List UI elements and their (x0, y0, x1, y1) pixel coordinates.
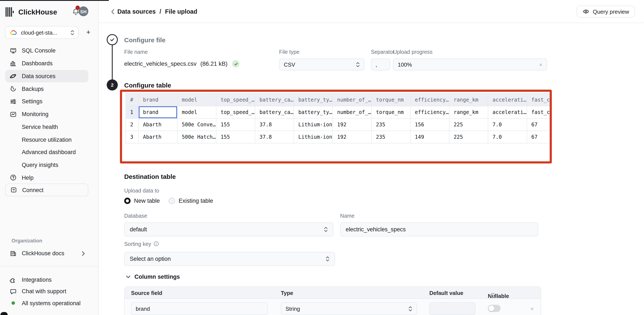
type-select[interactable]: String (281, 302, 417, 315)
sidebar-item-chat-support[interactable]: Chat with support (5, 286, 88, 298)
cell[interactable]: Abarth (138, 131, 177, 143)
sidebar-item-backups[interactable]: Backups (5, 82, 88, 96)
query-preview-label: Query preview (593, 8, 629, 15)
cell[interactable]: 149 (410, 131, 449, 143)
database-select[interactable]: default (124, 222, 333, 236)
cell[interactable]: 7.0 (488, 118, 527, 131)
breadcrumb-data-sources[interactable]: Data sources (117, 8, 156, 15)
data-preview-table: # brand model top_speed_… battery_ca… ba… (126, 93, 552, 144)
sidebar-item-label: Resource utilization (22, 136, 72, 143)
gcp-cloud-icon (10, 30, 18, 36)
remove-column-icon[interactable]: × (530, 306, 534, 312)
source-field-input[interactable]: brand (131, 302, 268, 315)
sidebar-item-service-health[interactable]: Service health (5, 120, 88, 134)
sidebar-item-system-status[interactable]: All systems operational (5, 297, 88, 309)
table-name-input[interactable]: electric_vehicles_specs (340, 222, 538, 236)
cell[interactable]: 235 (372, 118, 410, 131)
existing-table-radio[interactable] (169, 198, 175, 204)
cell[interactable]: 192 (333, 118, 372, 131)
connect-button[interactable]: Connect (5, 184, 88, 196)
sidebar-item-help[interactable]: Help (5, 171, 88, 184)
sidebar-item-monitoring[interactable]: Monitoring (5, 108, 88, 121)
cell[interactable]: top_speed_… (216, 106, 255, 118)
cell[interactable]: 500e Conve… (177, 118, 216, 131)
cell[interactable]: 225 (449, 131, 488, 143)
cell[interactable]: number_of_… (333, 106, 372, 118)
cell[interactable]: efficiency… (410, 106, 449, 118)
info-icon (154, 241, 159, 246)
column-header[interactable]: top_speed_… (216, 93, 255, 106)
table-preview-highlight: # brand model top_speed_… battery_ca… ba… (120, 90, 552, 164)
service-selector[interactable]: cloud-get-sta... (5, 26, 78, 39)
sidebar-item-settings[interactable]: Settings (5, 95, 88, 108)
sidebar-item-advanced-dashboard[interactable]: Advanced dashboard (5, 146, 88, 159)
column-header[interactable]: model (177, 93, 216, 106)
add-service-button[interactable]: + (83, 26, 94, 39)
cell[interactable]: model (177, 106, 216, 118)
cell[interactable]: battery_ty… (294, 106, 333, 118)
eye-icon (582, 8, 589, 15)
sidebar-item-query-insights[interactable]: Query insights (5, 159, 88, 172)
column-header[interactable]: efficiency… (410, 93, 449, 106)
database-value: default (130, 226, 324, 232)
file-name-row: electric_vehicles_specs.csv (86.21 kB) (124, 60, 240, 68)
cell[interactable]: 67 (527, 118, 552, 131)
column-header[interactable]: range_km (449, 93, 488, 106)
row-number: 1 (126, 106, 138, 118)
column-settings-toggle[interactable]: Column settings (126, 274, 180, 280)
column-header[interactable]: torque_nm (372, 93, 410, 106)
cell[interactable]: 235 (372, 131, 410, 143)
new-table-radio[interactable] (124, 198, 130, 204)
sidebar-footer: Integrations Chat with support All syste… (5, 274, 88, 309)
sidebar-item-sql-console[interactable]: SQL Console (5, 44, 88, 57)
cell[interactable]: 7.0 (488, 131, 527, 143)
cell[interactable]: 225 (449, 118, 488, 131)
cell[interactable]: range_km (449, 106, 488, 118)
clear-upload-icon[interactable]: × (539, 61, 542, 68)
sorting-key-label: Sorting key (124, 241, 159, 247)
existing-table-label[interactable]: Existing table (178, 198, 213, 204)
cell[interactable]: 192 (333, 131, 372, 143)
cell[interactable]: 155 (216, 118, 255, 131)
back-button[interactable] (109, 7, 116, 16)
sidebar-item-integrations[interactable]: Integrations (5, 274, 88, 286)
default-value-input[interactable] (429, 302, 476, 315)
cell[interactable]: 500e Hatch… (177, 131, 216, 143)
column-header[interactable]: fast_cha (527, 93, 552, 106)
column-header[interactable]: brand (138, 93, 177, 106)
cell[interactable]: 37.8 (255, 118, 294, 131)
sidebar-item-resource-utilization[interactable]: Resource utilization (5, 134, 88, 146)
new-table-label[interactable]: New table (134, 198, 160, 204)
status-dot (10, 300, 17, 307)
cell[interactable]: Lithium-ion (294, 131, 333, 143)
cell[interactable]: 67 (527, 131, 552, 143)
query-preview-button[interactable]: Query preview (576, 6, 635, 18)
sorting-key-select[interactable]: Select an option (124, 252, 335, 266)
selected-cell[interactable]: brand (138, 106, 177, 118)
avatar[interactable]: SH (78, 6, 88, 16)
cell[interactable]: 156 (410, 118, 449, 131)
cell[interactable]: accelerati… (488, 106, 527, 118)
sidebar-item-data-sources[interactable]: Data sources (5, 70, 88, 82)
organization-heading: Organization (12, 238, 42, 244)
column-header[interactable]: number_of_… (333, 93, 372, 106)
cell[interactable]: Abarth (138, 118, 177, 131)
file-type-select[interactable]: CSV (279, 58, 364, 70)
column-header[interactable]: accelerati… (488, 93, 527, 106)
database-label: Database (124, 213, 147, 219)
file-type-value: CSV (284, 61, 295, 68)
nullable-toggle[interactable] (488, 305, 500, 312)
cell[interactable]: torque_nm (372, 106, 410, 118)
stepper-connector (112, 45, 113, 80)
cell[interactable]: 155 (216, 131, 255, 143)
cell[interactable]: fast_cha (527, 106, 552, 118)
column-header[interactable]: battery_ty… (294, 93, 333, 106)
cell[interactable]: battery_ca… (255, 106, 294, 118)
separator-input[interactable]: , (371, 58, 390, 70)
sidebar-item-label: Advanced dashboard (22, 149, 76, 156)
cell[interactable]: Lithium-ion (294, 118, 333, 131)
sidebar-item-clickhouse-docs[interactable]: ClickHouse docs (5, 247, 88, 260)
sidebar-item-dashboards[interactable]: Dashboards (5, 57, 88, 70)
column-header[interactable]: battery_ca… (255, 93, 294, 106)
cell[interactable]: 37.8 (255, 131, 294, 143)
